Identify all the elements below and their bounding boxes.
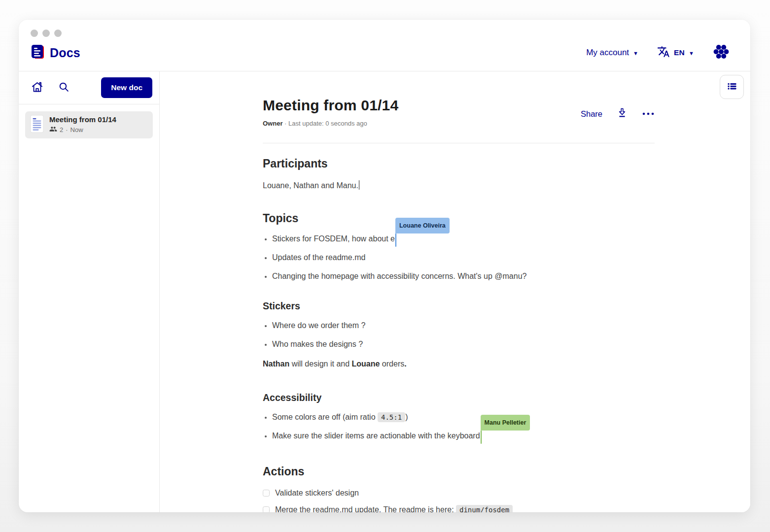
window-close-button[interactable]	[31, 30, 38, 37]
remote-cursor-manu: Manu Pelletier	[481, 429, 482, 442]
code-chip: dinum/fosdem	[456, 505, 513, 512]
my-account-menu[interactable]: My account ▼	[586, 48, 638, 58]
search-button[interactable]	[58, 81, 70, 95]
translate-icon	[657, 45, 670, 60]
window-maximize-button[interactable]	[54, 30, 62, 37]
window-minimize-button[interactable]	[42, 30, 50, 37]
table-of-contents-icon	[726, 80, 738, 94]
readme-link[interactable]: readme.md	[313, 505, 352, 512]
app-title: Docs	[50, 46, 80, 60]
document-meta: Owner · Last update: 0 seconds ago	[263, 120, 398, 127]
topics-heading: Topics	[263, 211, 655, 226]
actions-heading: Actions	[263, 464, 655, 479]
list-item: Stickers for FOSDEM, how about eLouane O…	[272, 233, 655, 245]
task-label: Merge the readme.md update. The readme i…	[275, 505, 513, 512]
code-chip: 4.5:1	[378, 412, 405, 422]
document-list: Meeting from 01/14 2 · Now	[19, 104, 159, 145]
stickers-note: Nathan will design it and Louane orders.	[263, 358, 655, 370]
share-button[interactable]: Share	[581, 109, 602, 119]
app-header: Docs My account ▼ EN ▼	[19, 20, 750, 71]
search-icon	[58, 81, 70, 95]
document-title: Meeting from 01/14	[263, 96, 398, 115]
sidebar-toolbar: New doc	[19, 71, 159, 104]
document-thumbnail-icon	[30, 115, 44, 135]
download-button[interactable]	[616, 107, 628, 121]
list-item: Make sure the slider items are actionabl…	[272, 430, 655, 442]
stickers-list: Where do we order them ? Who makes the d…	[263, 319, 655, 351]
language-selector[interactable]: EN ▼	[657, 45, 694, 60]
last-active-time: Now	[70, 126, 83, 133]
document-list-item[interactable]: Meeting from 01/14 2 · Now	[25, 111, 153, 138]
kebab-menu-icon	[642, 109, 655, 118]
task-item: Validate stickers' design	[263, 487, 655, 499]
list-item: Who makes the designs ?	[272, 338, 655, 351]
home-button[interactable]	[31, 80, 44, 95]
app-logo[interactable]: Docs	[31, 44, 80, 62]
participants-heading: Participants	[263, 156, 655, 171]
remote-cursor-label: Manu Pelletier	[481, 415, 530, 431]
document-editor[interactable]: Participants Louane, Nathan and Manu. To…	[263, 156, 655, 512]
table-of-contents-button[interactable]	[720, 75, 744, 99]
docs-book-icon	[31, 44, 45, 62]
my-account-label: My account	[586, 48, 629, 58]
task-label: Validate stickers' design	[275, 489, 359, 498]
meta-separator: ·	[66, 126, 68, 133]
list-item: Changing the homepage with accessibility…	[272, 270, 655, 283]
sidebar: New doc	[19, 71, 160, 512]
app-window: Docs My account ▼ EN ▼	[19, 20, 750, 512]
window-controls	[31, 30, 62, 37]
more-options-button[interactable]	[642, 109, 655, 118]
stickers-heading: Stickers	[263, 299, 655, 312]
task-list: Validate stickers' design Merge the read…	[263, 487, 655, 512]
main-panel: Meeting from 01/14 Owner · Last update: …	[160, 71, 750, 512]
task-checkbox[interactable]	[263, 490, 270, 497]
collaborator-count: 2	[60, 126, 63, 133]
participants-text: Louane, Nathan and Manu.	[263, 179, 655, 192]
task-item: Merge the readme.md update. The readme i…	[263, 503, 655, 512]
remote-cursor-label: Louane Oliveira	[395, 218, 450, 233]
download-icon	[616, 107, 628, 121]
document-item-title: Meeting from 01/14	[49, 115, 116, 124]
list-item: Updates of the readme.md	[272, 251, 655, 264]
collaborators-icon	[49, 125, 57, 134]
last-update-text: Last update: 0 seconds ago	[288, 120, 367, 127]
language-label: EN	[674, 48, 685, 57]
home-icon	[31, 80, 44, 95]
title-divider	[263, 143, 655, 143]
list-item: Some colors are off (aim ratio 4.5:1)	[272, 411, 655, 424]
chevron-down-icon: ▼	[689, 50, 694, 56]
chevron-down-icon: ▼	[633, 50, 638, 56]
task-checkbox[interactable]	[263, 506, 270, 512]
apps-grid-button[interactable]	[713, 43, 730, 62]
topics-list: Stickers for FOSDEM, how about eLouane O…	[263, 233, 655, 283]
text-cursor	[359, 180, 360, 190]
list-item: Where do we order them ?	[272, 319, 655, 332]
accessibility-heading: Accessibility	[263, 391, 655, 404]
owner-badge: Owner	[263, 120, 282, 127]
accessibility-list: Some colors are off (aim ratio 4.5:1) Ma…	[263, 411, 655, 442]
remote-cursor-louane: Louane Oliveira	[395, 232, 397, 245]
new-doc-button[interactable]: New doc	[101, 77, 152, 98]
apps-waffle-icon	[713, 43, 730, 62]
